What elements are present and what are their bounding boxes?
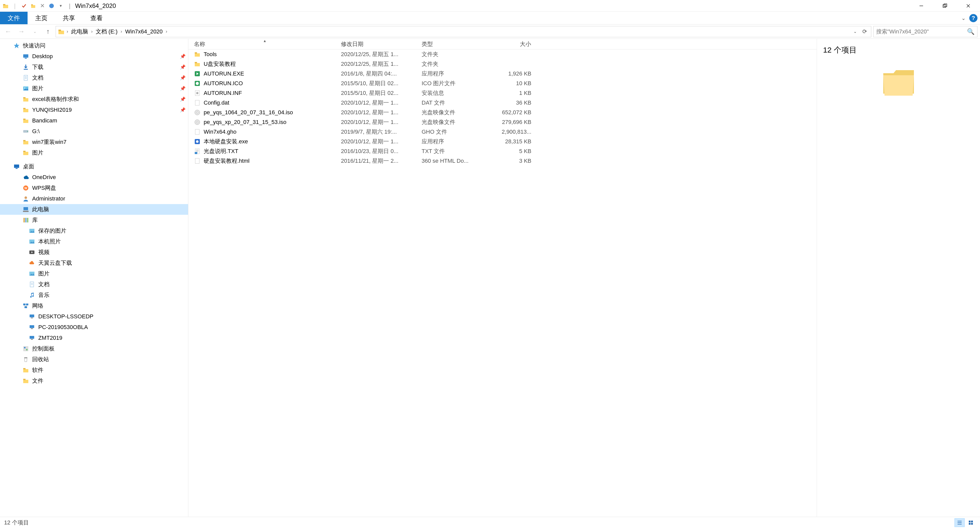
- file-row[interactable]: AUTORUN.ICO2015/5/10, 星期日 02...ICO 图片文件1…: [188, 79, 817, 88]
- sidebar-item[interactable]: excel表格制作求和📌: [0, 94, 188, 105]
- breadcrumb-2[interactable]: Win7x64_2020: [124, 28, 164, 35]
- ribbon-expand-icon[interactable]: ⌄: [961, 15, 966, 21]
- folder-small-icon[interactable]: [30, 2, 37, 10]
- crumb-sep-icon[interactable]: ›: [66, 29, 68, 34]
- ribbon-tab-share[interactable]: 共享: [55, 12, 83, 24]
- search-input[interactable]: [876, 28, 964, 35]
- sidebar-item[interactable]: 图片: [0, 268, 188, 279]
- search-box[interactable]: 🔍: [873, 26, 977, 37]
- sidebar-item[interactable]: 网络: [0, 300, 188, 311]
- sidebar-item[interactable]: Administrator: [0, 193, 188, 204]
- address-box[interactable]: › 此电脑 › 文档 (E:) › Win7x64_2020 › ⌄ ⟳: [56, 26, 871, 37]
- file-row[interactable]: Win7x64.gho2019/9/7, 星期六 19:...GHO 文件2,9…: [188, 127, 817, 137]
- sidebar-item[interactable]: 图片: [0, 147, 188, 158]
- sidebar-item[interactable]: G:\: [0, 126, 188, 137]
- sidebar-item[interactable]: YUNQISHI2019📌: [0, 105, 188, 115]
- column-size[interactable]: 大小: [490, 39, 535, 49]
- maximize-button[interactable]: [933, 0, 956, 12]
- qat-dropdown-icon[interactable]: ▾: [57, 2, 64, 10]
- ribbon-tab-file[interactable]: 文件: [0, 12, 27, 24]
- file-row[interactable]: Config.dat2020/10/12, 星期一 1...DAT 文件36 K…: [188, 98, 817, 108]
- sidebar-item[interactable]: 保存的图片: [0, 225, 188, 236]
- refresh-icon[interactable]: ⟳: [860, 28, 869, 35]
- sidebar-item[interactable]: ZMT2019: [0, 333, 188, 343]
- checkmark-icon[interactable]: [21, 2, 27, 10]
- txt-icon: [194, 148, 200, 155]
- close-gray-icon[interactable]: ✕: [39, 2, 46, 10]
- sidebar-item[interactable]: OneDrive: [0, 172, 188, 182]
- sidebar-item[interactable]: 天翼云盘下载: [0, 258, 188, 268]
- sidebar-item[interactable]: 软件: [0, 365, 188, 376]
- view-large-icons-button[interactable]: [966, 518, 976, 527]
- svg-point-84: [197, 112, 198, 113]
- sidebar-item[interactable]: Bandicam: [0, 115, 188, 126]
- nav-back-button[interactable]: ←: [3, 26, 14, 37]
- file-type: 应用程序: [418, 70, 490, 78]
- crumb-sep-icon[interactable]: ›: [120, 29, 123, 34]
- help-icon[interactable]: ?: [969, 14, 977, 22]
- file-rows[interactable]: Tools2020/12/25, 星期五 1...文件夹U盘安装教程2020/1…: [188, 49, 817, 517]
- file-row[interactable]: U盘安装教程2020/12/25, 星期五 1...文件夹: [188, 59, 817, 69]
- status-text: 12 个项目: [4, 519, 29, 526]
- sidebar-item[interactable]: 快速访问: [0, 40, 188, 51]
- svg-rect-16: [24, 75, 27, 80]
- sidebar-item[interactable]: 回收站: [0, 354, 188, 365]
- file-row[interactable]: 光盘说明.TXT2016/10/23, 星期日 0...TXT 文件5 KB: [188, 146, 817, 156]
- sidebar-item[interactable]: win7重装win7: [0, 137, 188, 147]
- crumb-sep-icon[interactable]: ›: [165, 29, 168, 34]
- ribbon-tab-home[interactable]: 主页: [27, 12, 55, 24]
- sidebar-item[interactable]: 桌面: [0, 161, 188, 172]
- sidebar-item[interactable]: PC-20190530OBLA: [0, 322, 188, 333]
- titlebar: | ✕ ▾ | Win7x64_2020: [0, 0, 980, 12]
- sidebar-item[interactable]: 文件: [0, 376, 188, 386]
- file-row[interactable]: AUTORUN.INF2015/5/10, 星期日 02...安装信息1 KB: [188, 88, 817, 98]
- svg-rect-73: [195, 63, 200, 66]
- sidebar-item[interactable]: 文档: [0, 279, 188, 290]
- breadcrumb-0[interactable]: 此电脑: [70, 28, 89, 35]
- file-name: AUTORUN.INF: [204, 90, 242, 97]
- sidebar-item[interactable]: 音乐: [0, 290, 188, 300]
- column-date[interactable]: 修改日期: [338, 39, 418, 49]
- sidebar-item[interactable]: Desktop📌: [0, 51, 188, 62]
- sidebar-item[interactable]: WWPS网盘: [0, 182, 188, 193]
- sidebar-item[interactable]: 下载📌: [0, 62, 188, 73]
- file-row[interactable]: 硬盘安装教程.html2016/11/21, 星期一 2...360 se HT…: [188, 156, 817, 166]
- sidebar-item[interactable]: DESKTOP-LSSOEDP: [0, 311, 188, 322]
- folder-icon: [22, 117, 30, 124]
- file-date: 2015/5/10, 星期日 02...: [338, 79, 418, 87]
- svg-rect-59: [30, 325, 34, 328]
- view-details-button[interactable]: [955, 518, 965, 527]
- sidebar-item[interactable]: 此电脑: [0, 204, 188, 215]
- nav-recent-dropdown[interactable]: ⌄: [29, 26, 40, 37]
- file-row[interactable]: 本地硬盘安装.exe2020/10/12, 星期一 1...应用程序28,315…: [188, 137, 817, 146]
- file-row[interactable]: Tools2020/12/25, 星期五 1...文件夹: [188, 49, 817, 59]
- navigation-pane[interactable]: 快速访问Desktop📌下载📌文档📌图片📌excel表格制作求和📌YUNQISH…: [0, 39, 188, 517]
- nav-up-button[interactable]: ↑: [42, 26, 54, 37]
- column-type[interactable]: 类型: [418, 39, 490, 49]
- file-date: 2016/11/21, 星期一 2...: [338, 157, 418, 165]
- search-icon[interactable]: 🔍: [967, 28, 975, 35]
- sidebar-item-label: 视频: [38, 249, 49, 256]
- ribbon-tab-view[interactable]: 查看: [83, 12, 110, 24]
- file-row[interactable]: pe_yqs_1064_20_07_31_16_04.iso2020/10/12…: [188, 108, 817, 117]
- column-name[interactable]: 名称 ▲: [188, 39, 338, 49]
- sidebar-item[interactable]: 图片📌: [0, 83, 188, 94]
- close-button[interactable]: [956, 0, 980, 12]
- sidebar-item[interactable]: 本机照片: [0, 236, 188, 247]
- svg-rect-41: [24, 218, 25, 222]
- file-size: 28,315 KB: [490, 138, 535, 145]
- sidebar-item[interactable]: 文档📌: [0, 73, 188, 83]
- ico-icon: [194, 80, 200, 87]
- address-dropdown-icon[interactable]: ⌄: [851, 29, 859, 34]
- sidebar-item[interactable]: 控制面板: [0, 343, 188, 354]
- minimize-button[interactable]: [910, 0, 933, 12]
- breadcrumb-1[interactable]: 文档 (E:): [95, 28, 119, 35]
- file-size: 1 KB: [490, 90, 535, 97]
- crumb-sep-icon[interactable]: ›: [91, 29, 93, 34]
- svg-rect-52: [23, 304, 25, 305]
- nav-forward-button[interactable]: →: [16, 26, 27, 37]
- sidebar-item[interactable]: 视频: [0, 247, 188, 258]
- sidebar-item[interactable]: 库: [0, 215, 188, 225]
- file-row[interactable]: pe_yqs_xp_20_07_31_15_53.iso2020/10/12, …: [188, 117, 817, 127]
- file-row[interactable]: AUTORUN.EXE2016/1/8, 星期四 04:...应用程序1,926…: [188, 69, 817, 79]
